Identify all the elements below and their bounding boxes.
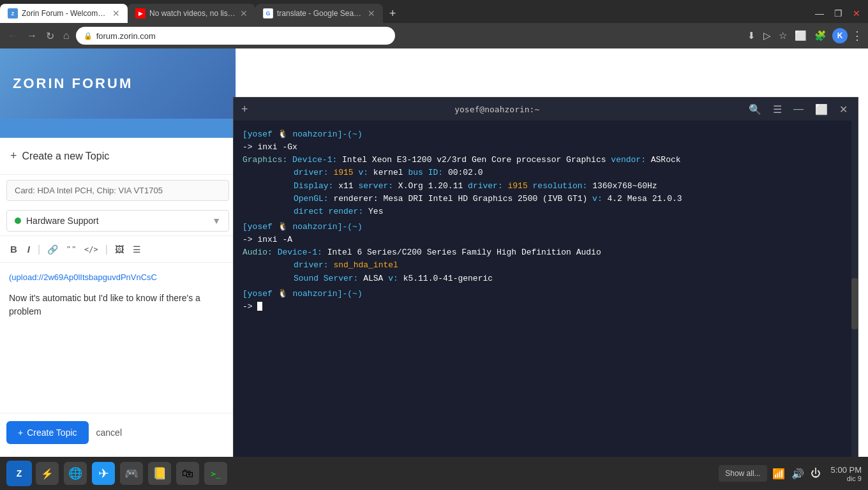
terminal-scrollbar[interactable] bbox=[851, 121, 858, 490]
terminal-maximize-button[interactable]: ⬜ bbox=[812, 102, 830, 117]
forum-panel: ZORIN FORUM + Create a new Topic Card: H… bbox=[0, 48, 236, 452]
browser-tab-1[interactable]: Z Zorin Forum - Welcome to t ✕ bbox=[0, 4, 128, 23]
terminal-line-5: Display: x11 server: X.Org 1.20.11 drive… bbox=[243, 180, 849, 193]
cast-icon[interactable]: ▷ bbox=[761, 28, 773, 43]
tab-bar: Z Zorin Forum - Welcome to t ✕ ▶ No watc… bbox=[0, 0, 868, 23]
tab-favicon-2: ▶ bbox=[135, 8, 146, 19]
tab-favicon-1: Z bbox=[8, 8, 18, 19]
create-topic-submit-button[interactable]: + Create Topic bbox=[6, 421, 89, 444]
create-topic-submit-icon: + bbox=[18, 427, 23, 438]
tab-close-1[interactable]: ✕ bbox=[112, 8, 120, 19]
home-button[interactable]: ⌂ bbox=[61, 27, 72, 44]
tab-bar-minimize[interactable]: — bbox=[812, 7, 827, 20]
upload-link[interactable]: (upload://2w69Ap0lItsbapguvdPnVnCsC bbox=[9, 272, 157, 282]
terminal-line-11: driver: snd_hda_intel bbox=[243, 259, 849, 272]
browser-tab-2[interactable]: ▶ No watch videos, no listen... ✕ bbox=[128, 4, 255, 23]
topic-input[interactable]: Card: HDA Intel PCH, Chip: VIA VT1705 bbox=[6, 180, 229, 201]
terminal-title: yosef@noahzorin:~ bbox=[454, 105, 539, 114]
tab-bar-close[interactable]: ✕ bbox=[850, 7, 863, 20]
editor-area[interactable]: (upload://2w69Ap0lItsbapguvdPnVnCsC Now … bbox=[0, 263, 236, 413]
terminal-controls: 🔍 ☰ — ⬜ ✕ bbox=[746, 102, 850, 117]
terminal-close-button[interactable]: ✕ bbox=[837, 102, 850, 117]
terminal-cursor bbox=[257, 302, 262, 311]
taskbar: Z ⚡ 🌐 ✈ 🎮 📒 🛍 >_ Show all... 📶 🔊 ⏻ 5:00 … bbox=[0, 457, 868, 490]
taskbar-zorin-os-app[interactable]: ⚡ bbox=[36, 462, 59, 485]
wifi-icon[interactable]: 📶 bbox=[772, 468, 785, 480]
terminal-menu-button[interactable]: ☰ bbox=[770, 102, 784, 117]
taskbar-zorin-menu[interactable]: Z bbox=[6, 461, 32, 486]
terminal-line-1: [yosef 🐧 noahzorin]-(~) bbox=[243, 128, 849, 141]
category-select[interactable]: Hardware Support ▼ bbox=[6, 210, 229, 232]
taskbar-store-app[interactable]: 🛍 bbox=[176, 462, 199, 485]
image-button[interactable]: 🖼 bbox=[112, 242, 127, 257]
address-bar: ← → ↻ ⌂ 🔒 forum.zorin.com ⬇ ▷ ☆ ⬜ 🧩 K ⋮ bbox=[0, 23, 868, 48]
code-button[interactable]: </> bbox=[81, 242, 101, 256]
italic-button[interactable]: I bbox=[24, 241, 34, 257]
tab-bar-restore[interactable]: ❐ bbox=[832, 7, 845, 20]
profile-button[interactable]: K bbox=[832, 28, 848, 43]
back-button[interactable]: ← bbox=[5, 27, 20, 44]
terminal-line-13: [yosef 🐧 noahzorin]-(~) bbox=[243, 288, 849, 301]
power-icon[interactable]: ⏻ bbox=[811, 468, 821, 479]
terminal-scrollbar-thumb[interactable] bbox=[851, 278, 858, 329]
cancel-button[interactable]: cancel bbox=[96, 427, 122, 438]
show-all-button[interactable]: Show all... bbox=[719, 465, 767, 482]
forum-blue-strip bbox=[0, 119, 236, 138]
terminal-line-14: -> bbox=[243, 301, 849, 313]
download-icon[interactable]: ⬇ bbox=[745, 28, 758, 43]
terminal-line-9: -> inxi -A bbox=[243, 234, 849, 246]
taskbar-game-app[interactable]: 🎮 bbox=[120, 462, 143, 485]
tab-favicon-3: G bbox=[263, 8, 273, 19]
tab-close-3[interactable]: ✕ bbox=[368, 8, 375, 19]
terminal-line-6: OpenGL: renderer: Mesa DRI Intel HD Grap… bbox=[243, 193, 849, 205]
system-clock[interactable]: 5:00 PM dic 9 bbox=[831, 465, 862, 482]
taskbar-browser-app[interactable]: 🌐 bbox=[64, 462, 87, 485]
create-topic-label: Create a new Topic bbox=[22, 151, 110, 162]
forum-body: + Create a new Topic Card: HDA Intel PCH… bbox=[0, 138, 236, 452]
terminal-line-8: [yosef 🐧 noahzorin]-(~) bbox=[243, 221, 849, 234]
url-input[interactable]: 🔒 forum.zorin.com bbox=[76, 27, 395, 45]
browser-menu-button[interactable]: ⋮ bbox=[851, 29, 863, 43]
tab-search-icon[interactable]: ⬜ bbox=[793, 28, 809, 43]
extensions-icon[interactable]: 🧩 bbox=[812, 28, 828, 43]
bold-button[interactable]: B bbox=[6, 241, 21, 257]
browser-tab-3[interactable]: G translate - Google Search ✕ bbox=[255, 4, 383, 23]
tab-bar-controls: — ❐ ✕ bbox=[812, 7, 868, 20]
terminal-window[interactable]: + yosef@noahzorin:~ 🔍 ☰ — ⬜ ✕ [yosef 🐧 n… bbox=[233, 97, 858, 490]
forum-footer: + Create Topic cancel bbox=[0, 413, 236, 452]
terminal-add-tab-button[interactable]: + bbox=[241, 103, 248, 116]
tab-label-1: Zorin Forum - Welcome to t bbox=[22, 9, 108, 18]
forward-button[interactable]: → bbox=[24, 27, 40, 44]
browser-chrome: Z Zorin Forum - Welcome to t ✕ ▶ No watc… bbox=[0, 0, 868, 48]
category-label: Hardware Support bbox=[26, 216, 207, 226]
terminal-minimize-button[interactable]: — bbox=[791, 102, 806, 116]
terminal-search-button[interactable]: 🔍 bbox=[746, 102, 764, 117]
forum-logo: ZORIN FORUM bbox=[13, 75, 133, 92]
bookmark-icon[interactable]: ☆ bbox=[777, 28, 789, 43]
tab-close-2[interactable]: ✕ bbox=[240, 8, 248, 19]
create-topic-submit-label: Create Topic bbox=[27, 427, 77, 438]
tab-label-2: No watch videos, no listen... bbox=[149, 9, 236, 18]
link-button[interactable]: 🔗 bbox=[44, 242, 61, 257]
new-tab-button[interactable]: + bbox=[383, 7, 403, 20]
quote-button[interactable]: " " bbox=[64, 242, 79, 256]
list-button[interactable]: ☰ bbox=[130, 242, 144, 257]
create-topic-button[interactable]: + Create a new Topic bbox=[0, 138, 236, 175]
page-content: ZORIN FORUM + Create a new Topic Card: H… bbox=[0, 48, 868, 452]
terminal-line-4: driver: i915 v: kernel bus ID: 00:02.0 bbox=[243, 167, 849, 179]
toolbar-separator-2: | bbox=[105, 244, 108, 255]
terminal-line-7: direct render: Yes bbox=[243, 205, 849, 218]
toolbar-separator-1: | bbox=[38, 244, 40, 255]
clock-time: 5:00 PM bbox=[831, 465, 862, 475]
address-actions: ⬇ ▷ ☆ ⬜ 🧩 K ⋮ bbox=[745, 28, 863, 43]
taskbar-apps: Z ⚡ 🌐 ✈ 🎮 📒 🛍 >_ bbox=[6, 461, 228, 486]
tab-label-3: translate - Google Search bbox=[277, 9, 364, 18]
reload-button[interactable]: ↻ bbox=[43, 27, 57, 45]
terminal-body[interactable]: [yosef 🐧 noahzorin]-(~) -> inxi -Gx Grap… bbox=[234, 121, 858, 490]
volume-icon[interactable]: 🔊 bbox=[791, 468, 804, 480]
terminal-line-2: -> inxi -Gx bbox=[243, 141, 849, 154]
editor-toolbar: B I | 🔗 " " </> | 🖼 ☰ bbox=[0, 235, 236, 263]
taskbar-terminal-app[interactable]: >_ bbox=[204, 462, 227, 485]
taskbar-notes-app[interactable]: 📒 bbox=[148, 462, 171, 485]
taskbar-telegram-app[interactable]: ✈ bbox=[92, 462, 115, 485]
